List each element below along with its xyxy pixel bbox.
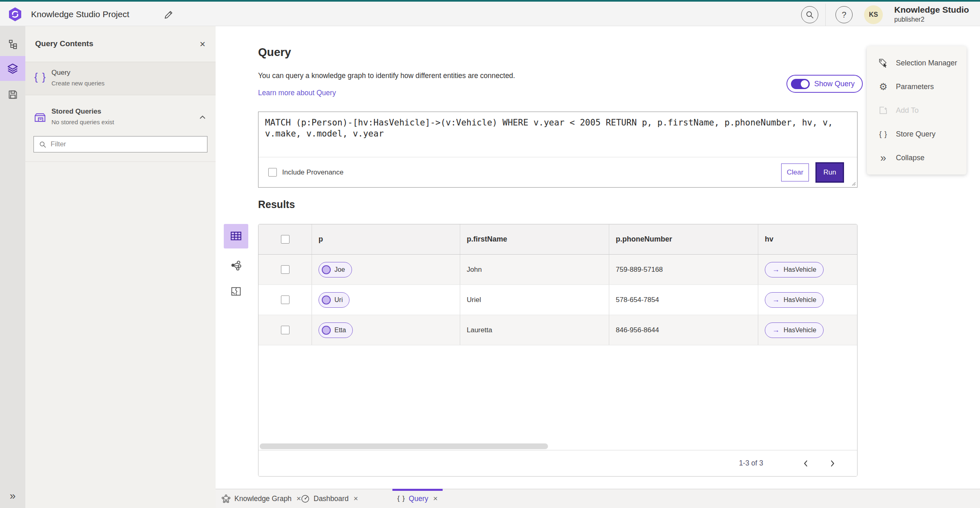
clear-button[interactable]: Clear	[781, 163, 809, 181]
selection-manager-icon	[878, 58, 889, 68]
parameters-label: Parameters	[896, 83, 934, 91]
tab-label: Query	[409, 495, 428, 503]
entity-pill[interactable]: Joe	[318, 262, 352, 277]
query-contents-panel: Query Contents × { } Query Create new qu…	[25, 26, 216, 508]
phone-cell: 578-654-7854	[609, 285, 758, 315]
add-to-label: Add To	[896, 106, 919, 115]
rail-item-contents[interactable]	[0, 56, 25, 81]
help-button[interactable]: ?	[835, 6, 853, 23]
pencil-icon	[163, 9, 174, 20]
view-graph-button[interactable]	[227, 256, 245, 275]
search-button[interactable]	[801, 6, 818, 23]
show-query-toggle[interactable]: Show Query	[786, 75, 863, 93]
panel-header: Query Contents ×	[25, 26, 216, 62]
row-checkbox[interactable]	[281, 326, 290, 334]
view-table-button[interactable]	[224, 224, 248, 248]
column-header-hv[interactable]: hv	[758, 224, 857, 254]
row-select-cell	[258, 315, 312, 345]
tab-knowledge-graph[interactable]: Knowledge Graph ×	[216, 489, 306, 508]
collapse-section-button[interactable]	[197, 112, 208, 123]
next-page-button[interactable]	[825, 457, 839, 470]
user-identity: Knowledge Studio publisher2	[894, 5, 969, 23]
hexagon-logo-icon	[7, 7, 23, 22]
chevron-right-icon	[828, 459, 837, 468]
column-header-phonenumber[interactable]: p.phoneNumber	[609, 224, 758, 254]
collapse-panel-button[interactable]: » Collapse	[867, 146, 967, 170]
table-body: Joe John 759-889-57168 → HasVehicle	[258, 255, 857, 345]
row-select-cell	[258, 255, 312, 284]
rail-expand-button[interactable]: »	[0, 485, 25, 506]
relationship-pill[interactable]: → HasVehicle	[765, 292, 824, 308]
entity-pill[interactable]: Uri	[318, 292, 350, 308]
braces-icon: { }	[397, 495, 405, 503]
firstname-cell: John	[460, 255, 609, 284]
include-provenance-checkbox[interactable]	[268, 168, 277, 177]
bottom-tab-bar: Knowledge Graph × Dashboard × { } Query …	[216, 489, 980, 508]
dashboard-gauge-icon	[301, 494, 310, 504]
arrow-right-icon: →	[772, 265, 780, 274]
horizontal-scrollbar[interactable]	[260, 443, 548, 449]
avatar[interactable]: KS	[864, 5, 883, 24]
resize-handle-icon[interactable]	[851, 181, 856, 186]
phone-cell: 759-889-57168	[609, 255, 758, 284]
network-icon	[230, 259, 242, 271]
select-all-checkbox[interactable]	[281, 235, 290, 244]
relationship-pill[interactable]: → HasVehicle	[765, 262, 824, 277]
relationship-pill-label: HasVehicle	[784, 327, 816, 334]
run-button[interactable]: Run	[815, 162, 844, 183]
filter-input[interactable]	[51, 137, 207, 152]
firstname-cell: Uriel	[460, 285, 609, 315]
entity-dot-icon	[322, 295, 331, 304]
relationship-pill[interactable]: → HasVehicle	[765, 322, 824, 338]
page-title: Query	[258, 46, 291, 59]
query-item-description: Create new queries	[51, 80, 105, 87]
tab-query[interactable]: { } Query ×	[392, 489, 443, 508]
entity-dot-icon	[322, 265, 331, 274]
table-header-row: p p.firstName p.phoneNumber hv	[258, 224, 857, 255]
parameters-button[interactable]: ⚙ Parameters	[867, 75, 967, 98]
question-mark-icon: ?	[842, 10, 846, 20]
table-row: Joe John 759-889-57168 → HasVehicle	[258, 255, 857, 285]
search-icon	[805, 10, 814, 19]
double-chevron-right-icon: »	[878, 152, 889, 164]
header-select-cell	[258, 224, 312, 254]
table-row: Uri Uriel 578-654-7854 → HasVehicle	[258, 285, 857, 315]
tab-dashboard[interactable]: Dashboard ×	[296, 489, 363, 508]
query-textarea[interactable]: MATCH (p:Person)-[hv:HasVehicle]->(v:Veh…	[258, 112, 857, 157]
braces-icon: { }	[878, 130, 889, 139]
query-editor: MATCH (p:Person)-[hv:HasVehicle]->(v:Veh…	[258, 112, 858, 188]
edit-project-title-button[interactable]	[163, 9, 175, 21]
view-map-button[interactable]	[227, 282, 245, 301]
sidebar-item-query[interactable]: { } Query Create new queries	[25, 62, 216, 95]
phone-cell: 846-956-8644	[609, 315, 758, 345]
learn-more-link[interactable]: Learn more about Query	[258, 89, 336, 97]
rail-item-data-model[interactable]	[0, 34, 25, 55]
rail-item-save[interactable]	[0, 84, 25, 105]
entity-pill[interactable]: Etta	[318, 322, 353, 338]
query-actions-panel: Selection Manager ⚙ Parameters Add To { …	[867, 46, 967, 175]
filter-field	[33, 136, 207, 152]
store-query-button[interactable]: { } Store Query	[867, 122, 967, 146]
show-query-label: Show Query	[814, 80, 855, 88]
selection-manager-button[interactable]: Selection Manager	[867, 51, 967, 75]
stored-queries-label: Stored Queries	[51, 107, 101, 116]
close-tab-icon[interactable]: ×	[433, 494, 438, 503]
column-header-firstname[interactable]: p.firstName	[460, 224, 609, 254]
previous-page-button[interactable]	[799, 457, 813, 470]
app-header: Knowledge Studio Project ? KS Knowledge …	[0, 0, 980, 26]
layers-icon	[7, 63, 19, 75]
column-header-p[interactable]: p	[312, 224, 460, 254]
username: publisher2	[894, 16, 969, 23]
entity-cell: Uri	[312, 285, 460, 315]
close-tab-icon[interactable]: ×	[354, 494, 358, 503]
row-checkbox[interactable]	[281, 295, 290, 304]
query-editor-footer: Include Provenance Clear Run	[258, 157, 857, 187]
stored-queries-section[interactable]: Stored Queries No stored queries exist	[25, 102, 216, 135]
row-checkbox[interactable]	[281, 265, 290, 274]
panel-close-button[interactable]: ×	[195, 37, 210, 51]
table-row: Etta Lauretta 846-956-8644 → HasVehicle	[258, 315, 857, 345]
search-icon	[39, 141, 47, 148]
knowledge-studio-logo[interactable]	[7, 7, 23, 22]
add-to-button: Add To	[867, 98, 967, 122]
chevron-left-icon	[802, 459, 811, 468]
